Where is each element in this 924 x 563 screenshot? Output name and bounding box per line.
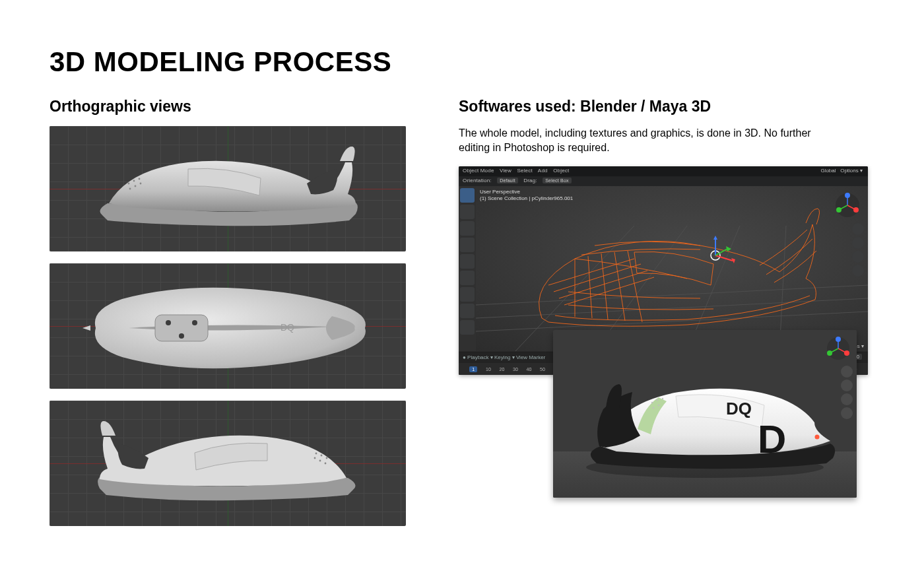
svg-point-9 bbox=[179, 333, 184, 339]
shoe-side-left-svg bbox=[89, 143, 366, 235]
svg-point-50 bbox=[662, 398, 663, 399]
svg-point-7 bbox=[166, 320, 171, 325]
svg-point-16 bbox=[314, 457, 316, 459]
svg-line-36 bbox=[715, 255, 733, 261]
nav-gizmo-icon[interactable] bbox=[825, 335, 851, 362]
tool-transform-icon[interactable] bbox=[460, 271, 475, 285]
tool-move-icon[interactable] bbox=[460, 221, 475, 236]
svg-point-5 bbox=[140, 183, 142, 185]
transform-gizmo-icon[interactable] bbox=[696, 236, 735, 275]
playhead[interactable]: 1 bbox=[469, 366, 477, 372]
svg-point-0 bbox=[128, 183, 130, 185]
perspective-icon[interactable] bbox=[852, 265, 864, 277]
subheading-software: Softwares used: Blender / Maya 3D bbox=[459, 98, 868, 116]
page-title: 3D MODELING PROCESS bbox=[50, 46, 874, 78]
svg-point-3 bbox=[129, 188, 131, 190]
svg-line-27 bbox=[564, 277, 654, 305]
shoe-side-right-svg bbox=[89, 417, 366, 510]
tool-annotate-icon[interactable] bbox=[460, 287, 475, 302]
svg-point-53 bbox=[815, 435, 820, 440]
svg-point-11 bbox=[326, 457, 328, 459]
nav-gizmo-icon[interactable] bbox=[834, 191, 861, 219]
ortho-view-bottom: DQ bbox=[50, 263, 406, 389]
blender-menu[interactable]: Object Mode View Select Add Object bbox=[463, 168, 573, 174]
blender-left-toolbar[interactable] bbox=[459, 186, 476, 351]
svg-point-1 bbox=[133, 180, 135, 182]
svg-point-2 bbox=[139, 178, 141, 180]
pan-icon[interactable] bbox=[852, 237, 864, 249]
svg-point-4 bbox=[135, 185, 137, 187]
svg-line-38 bbox=[715, 249, 727, 255]
blender-header: Object Mode View Select Add Object Globa… bbox=[459, 166, 868, 177]
blender-options[interactable]: Global Options ▾ bbox=[820, 168, 863, 174]
pan-icon[interactable] bbox=[841, 380, 853, 391]
svg-point-15 bbox=[319, 460, 321, 462]
brand-glyph-sole: D bbox=[758, 417, 786, 461]
svg-point-12 bbox=[321, 455, 323, 457]
software-description: The whole model, including textures and … bbox=[459, 126, 828, 154]
tool-select-box-icon[interactable] bbox=[460, 188, 475, 203]
svg-line-24 bbox=[548, 259, 634, 285]
blender-orientation-row[interactable]: Orientation: Default Drag: Select Box bbox=[463, 178, 576, 183]
blender-header-row2: Orientation: Default Drag: Select Box bbox=[459, 177, 868, 186]
svg-line-25 bbox=[554, 264, 641, 292]
ortho-view-side-left bbox=[50, 126, 406, 251]
subheading-orthographic: Orthographic views bbox=[50, 98, 412, 116]
tool-addcube-icon[interactable] bbox=[460, 320, 475, 335]
tool-cursor-icon[interactable] bbox=[460, 205, 475, 219]
svg-point-49 bbox=[657, 399, 658, 401]
camera-icon[interactable] bbox=[841, 393, 853, 405]
svg-line-30 bbox=[601, 253, 608, 319]
ortho-view-side-right bbox=[50, 401, 406, 526]
svg-point-8 bbox=[192, 320, 197, 325]
zoom-icon[interactable] bbox=[852, 223, 864, 235]
brand-glyph-strap: DQ bbox=[726, 399, 752, 418]
perspective-icon[interactable] bbox=[841, 407, 853, 419]
svg-point-51 bbox=[653, 407, 654, 409]
svg-point-48 bbox=[651, 402, 653, 403]
svg-point-52 bbox=[658, 405, 659, 406]
svg-point-14 bbox=[325, 463, 327, 465]
svg-point-13 bbox=[315, 453, 317, 455]
tool-scale-icon[interactable] bbox=[460, 254, 475, 269]
svg-line-32 bbox=[628, 251, 642, 322]
svg-marker-39 bbox=[726, 246, 731, 251]
svg-text:DQ: DQ bbox=[280, 322, 294, 333]
camera-icon[interactable] bbox=[852, 251, 864, 263]
viewport-sidetools[interactable] bbox=[852, 223, 864, 277]
svg-marker-35 bbox=[713, 236, 717, 240]
zoom-icon[interactable] bbox=[841, 366, 853, 378]
shoe-bottom-svg: DQ bbox=[82, 277, 373, 376]
render-sidetools[interactable] bbox=[841, 366, 853, 419]
svg-line-29 bbox=[588, 256, 592, 318]
tool-rotate-icon[interactable] bbox=[460, 238, 475, 252]
rendered-shoe: DQ D bbox=[553, 330, 857, 498]
blender-viewport[interactable]: User Perspective (1) Scene Collection | … bbox=[476, 186, 868, 351]
timeline-menu[interactable]: ● Playback ▾ Keying ▾ View Marker bbox=[463, 354, 545, 360]
wireframe-shoe bbox=[476, 186, 868, 351]
render-viewport: DQ D bbox=[553, 330, 857, 498]
tool-measure-icon[interactable] bbox=[460, 304, 475, 318]
